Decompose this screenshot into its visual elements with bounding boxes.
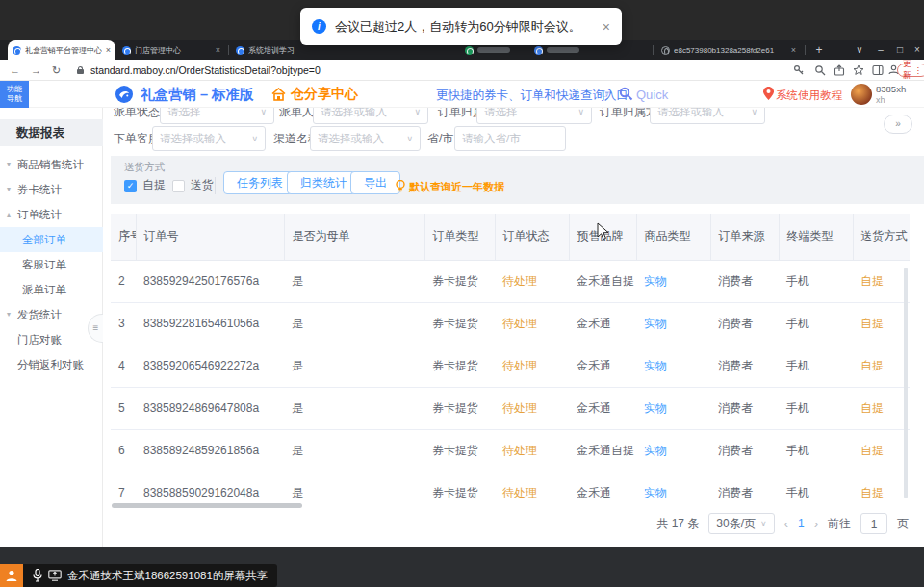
table-row[interactable]: 483859206546922272a 是券卡提货 待处理金禾通 实物消费者 手… <box>111 345 910 387</box>
screen-share-pill: 金禾通技术王斌18662591081的屏幕共享 <box>23 564 277 587</box>
divider <box>215 177 216 194</box>
horizontal-scrollbar[interactable] <box>112 503 302 508</box>
sidebar-section-title: 数据报表 <box>0 119 103 146</box>
col-is-parent: 是否为母单 <box>284 214 424 260</box>
window-close-button[interactable]: × <box>909 40 924 60</box>
bulb-icon <box>396 179 405 196</box>
person-icon <box>5 569 18 582</box>
sidebar-item-coupon-stats[interactable]: ▾ 券卡统计 <box>0 177 103 202</box>
current-page[interactable]: 1 <box>798 517 805 530</box>
browser-tab[interactable]: e8c573980b1328a258fd2e61 × <box>656 40 801 60</box>
col-order-no: 订单号 <box>136 214 284 260</box>
url-text[interactable]: standard.maboy.cn/OrderStatisticsDetail?… <box>90 60 321 81</box>
table-row[interactable]: 783858859029162048a 是券卡提货 待处理金禾通 实物消费者 手… <box>111 472 910 502</box>
app-title: 礼盒营销 – 标准版 <box>141 86 254 104</box>
tab-divider <box>805 45 806 55</box>
pickup-checkbox[interactable]: ✓ <box>124 180 137 192</box>
sidebar-item-product-sales[interactable]: ▾ 商品销售统计 <box>0 152 103 177</box>
sidebar-item-rebate-reconcile[interactable]: 分销返利对账 <box>0 352 103 377</box>
tab-title-obscured <box>547 47 579 53</box>
tab-title-obscured <box>477 47 510 53</box>
filter-service-select[interactable]: 请选择或输入 ∨ <box>152 126 266 151</box>
sidebar-item-dispatch-orders[interactable]: 派单订单 <box>0 277 103 302</box>
expand-filters-button[interactable]: » <box>884 115 912 134</box>
sidebar-item-order-stats[interactable]: ▴ 订单统计 <box>0 202 103 227</box>
chevron-down-icon: ∨ <box>406 134 413 143</box>
info-icon: i <box>312 19 326 34</box>
quick-entry-text: 更快捷的券卡、订单和快递查询入口 <box>436 88 629 104</box>
col-terminal-type: 终端类型 <box>779 214 853 260</box>
share-center-link[interactable]: 仓分享中心 <box>271 86 358 103</box>
lock-icon[interactable] <box>77 66 84 74</box>
password-key-icon[interactable] <box>793 64 805 76</box>
chevron-down-icon: ∨ <box>260 107 267 116</box>
pickup-label[interactable]: 自提 <box>142 177 166 193</box>
chevron-down-icon: ∨ <box>760 519 767 528</box>
browser-tab-active[interactable]: 礼盒营销平台管理中心 × <box>8 40 116 60</box>
orders-table: 序号 订单号 是否为母单 订单类型 订单状态 预售品牌 商品类型 订单来源 终端… <box>111 214 910 502</box>
user-name: 8385xh xh <box>876 84 906 106</box>
triangle-down-icon: ▾ <box>7 302 11 327</box>
sidebar-item-service-orders[interactable]: 客服订单 <box>0 252 103 277</box>
window-menu-icon[interactable]: ∨ <box>851 40 868 60</box>
function-nav-toggle[interactable]: 功能 导航 <box>0 81 29 108</box>
delivery-label[interactable]: 送货 <box>191 177 214 193</box>
tab-favicon-icon <box>534 46 543 55</box>
tab-title: 门店管理中心 <box>135 45 212 56</box>
quick-label[interactable]: Quick <box>636 88 668 102</box>
table-row[interactable]: 283859294250176576a 是券卡提货 待处理金禾通自提 实物消费者… <box>111 260 910 302</box>
toast-close-icon[interactable]: × <box>603 19 610 35</box>
tab-close-icon[interactable]: × <box>791 45 796 55</box>
tab-close-icon[interactable]: × <box>216 45 220 55</box>
tutorial-link[interactable]: 系统使用教程 <box>776 89 842 103</box>
side-panel-icon[interactable] <box>872 64 884 76</box>
table-row[interactable]: 383859228165461056a 是券卡提货 待处理金禾通 实物消费者 手… <box>111 302 910 345</box>
new-tab-button[interactable]: + <box>810 40 828 60</box>
tab-close-icon[interactable]: × <box>106 45 111 55</box>
share-user-badge <box>0 564 23 587</box>
bottom-bar: 金禾通技术王斌18662591081的屏幕共享 <box>0 547 924 587</box>
table-row[interactable]: 683858924859261856a 是券卡提货 待处理金禾通自提 实物消费者… <box>111 429 910 472</box>
filter-province-label: 省/市 <box>427 126 453 151</box>
window-minimize-button[interactable]: – <box>872 40 889 60</box>
tab-favicon-icon <box>236 46 244 55</box>
filter-province-input[interactable]: 请输入省/市 <box>454 126 566 151</box>
screen-share-text: 金禾通技术王斌18662591081的屏幕共享 <box>67 569 268 583</box>
quick-search-icon[interactable] <box>619 87 633 105</box>
category-stats-button[interactable]: 归类统计 <box>287 171 360 194</box>
vertical-scrollbar[interactable] <box>904 268 908 498</box>
sidebar: 数据报表 ▾ 商品销售统计 ▾ 券卡统计 ▴ 订单统计 全部订单 客服订单 派单… <box>0 108 103 547</box>
page-size-select[interactable]: 30条/页 ∨ <box>708 513 774 534</box>
task-list-button[interactable]: 任务列表 <box>223 171 296 194</box>
delivery-checkbox[interactable] <box>172 180 185 192</box>
reload-icon[interactable]: ↻ <box>52 60 61 81</box>
chrome-update-button[interactable]: 更新 ⋮ <box>897 64 924 77</box>
forward-icon[interactable]: → <box>31 60 41 81</box>
prev-page-icon[interactable]: ‹ <box>784 517 788 531</box>
update-label: 更新 <box>903 59 911 82</box>
user-avatar[interactable] <box>851 84 872 105</box>
meeting-toast: i 会议已超过2人，自动转为60分钟限时会议。 × <box>300 8 622 45</box>
check-icon: ✓ <box>127 181 135 191</box>
back-icon[interactable]: ← <box>10 60 20 81</box>
col-index: 序号 <box>111 214 136 260</box>
double-chevron-icon: » <box>895 118 901 129</box>
next-page-icon[interactable]: › <box>814 517 818 531</box>
microphone-icon <box>33 569 42 582</box>
sidebar-item-all-orders[interactable]: 全部订单 <box>0 227 103 252</box>
pagination: 共 17 条 30条/页 ∨ ‹ 1 › 前往 1 页 <box>656 513 909 534</box>
export-button[interactable]: 导出 <box>350 171 400 194</box>
col-order-type: 订单类型 <box>424 214 495 260</box>
triangle-down-icon: ▾ <box>7 152 11 177</box>
pointer-hand-icon: ☞ <box>601 87 612 101</box>
share-icon[interactable] <box>834 64 845 76</box>
filter-channel-select[interactable]: 请选择或输入 ∨ <box>310 126 421 151</box>
browser-tab[interactable]: 门店管理中心 × <box>117 40 225 60</box>
window-maximize-button[interactable]: □ <box>891 40 909 60</box>
delivery-method-label: 送货方式 <box>124 161 165 174</box>
chevron-down-icon: ∨ <box>751 107 757 116</box>
bookmark-star-icon[interactable] <box>853 64 864 76</box>
zoom-search-icon[interactable] <box>814 64 826 76</box>
goto-page-input[interactable]: 1 <box>860 513 887 534</box>
table-row[interactable]: 583858924869647808a 是券卡提货 待处理金禾通 实物消费者 手… <box>111 387 910 429</box>
